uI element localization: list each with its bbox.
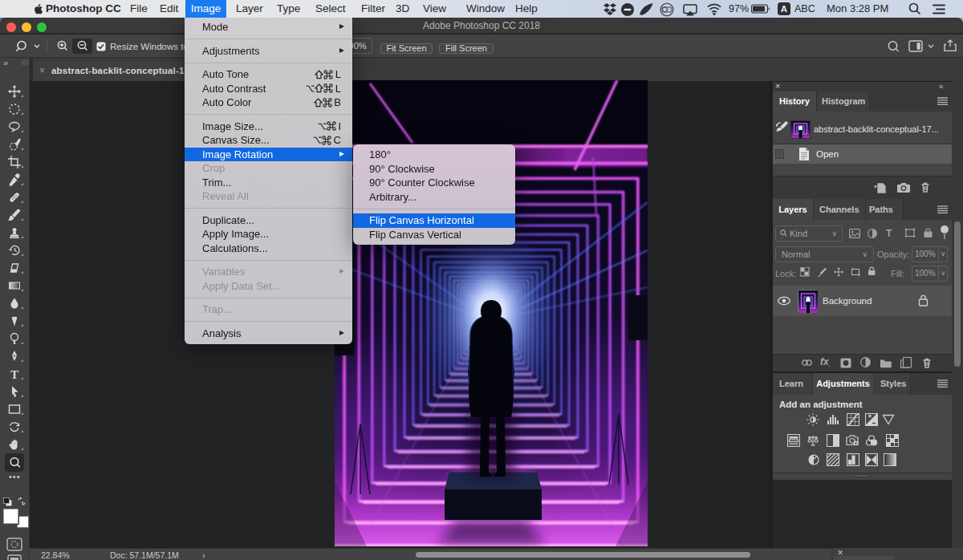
svg-text:A: A [781,4,787,14]
svg-text:T: T [10,368,18,380]
